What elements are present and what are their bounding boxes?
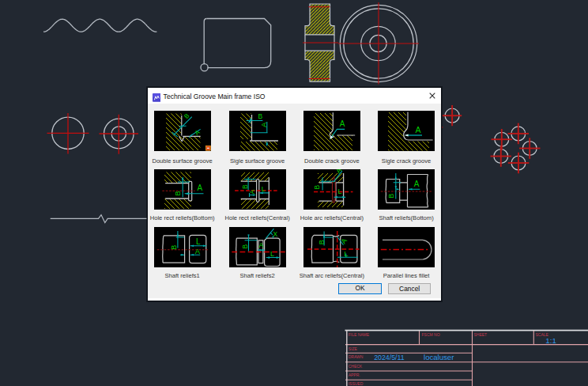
svg-text:FILE NAME: FILE NAME — [349, 332, 370, 337]
svg-text:SIZE: SIZE — [349, 346, 358, 351]
svg-text:L: L — [270, 250, 274, 258]
svg-text:L: L — [344, 249, 348, 258]
svg-text:1:1: 1:1 — [545, 336, 556, 345]
svg-text:FSCM NO: FSCM NO — [422, 332, 440, 337]
svg-text:L: L — [196, 237, 201, 245]
svg-text:B: B — [240, 184, 248, 189]
svg-text:2024/5/11: 2024/5/11 — [374, 354, 405, 361]
svg-text:B: B — [313, 184, 321, 189]
svg-text:B: B — [173, 191, 181, 195]
svg-text:CHECK: CHECK — [349, 364, 363, 369]
svg-text:SHEET: SHEET — [474, 332, 488, 337]
svg-text:A: A — [414, 180, 420, 188]
svg-text:B: B — [387, 194, 395, 199]
svg-text:A: A — [259, 122, 268, 127]
svg-text:X: X — [273, 230, 277, 238]
svg-text:DRAWN: DRAWN — [349, 354, 364, 359]
svg-text:A: A — [197, 184, 202, 192]
svg-text:A: A — [247, 189, 255, 194]
svg-text:L: L — [337, 187, 341, 195]
svg-text:A: A — [339, 237, 349, 245]
svg-text:A: A — [194, 247, 200, 255]
svg-text:B: B — [258, 113, 262, 121]
svg-text:A: A — [416, 126, 421, 134]
svg-text:B: B — [170, 245, 178, 250]
svg-text:A: A — [258, 241, 263, 249]
svg-text:L: L — [261, 185, 265, 193]
svg-text:A: A — [340, 120, 345, 129]
svg-text:B: B — [240, 244, 248, 248]
svg-text:ISSUED: ISSUED — [349, 381, 364, 386]
svg-text:localuser: localuser — [424, 353, 454, 361]
svg-text:APPR.: APPR. — [349, 373, 360, 377]
svg-text:B: B — [318, 240, 326, 244]
